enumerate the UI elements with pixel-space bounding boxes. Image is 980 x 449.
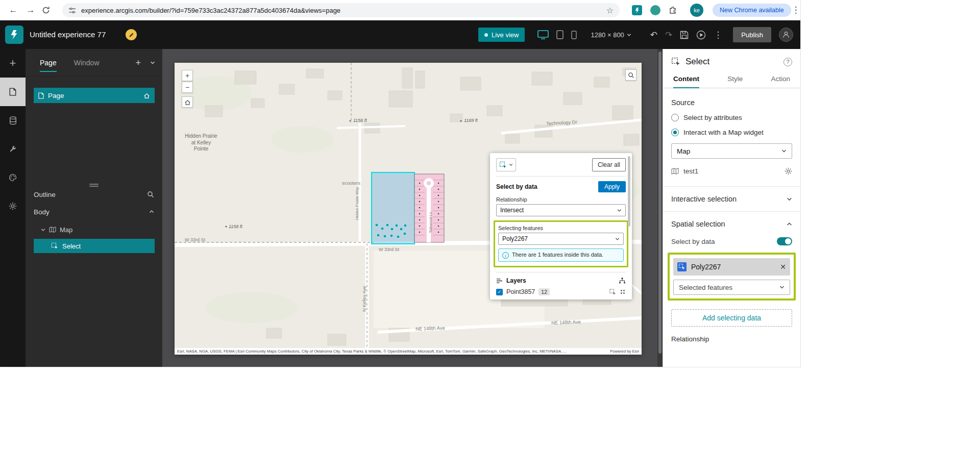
extensions-puzzle-icon[interactable] xyxy=(669,5,678,14)
sidebar-item-page[interactable]: Page xyxy=(34,88,155,103)
map-source-label: test1 xyxy=(683,167,780,175)
device-tablet-icon[interactable] xyxy=(556,30,564,39)
map-search-button[interactable] xyxy=(625,69,636,81)
map-item-label: Map xyxy=(60,226,72,234)
subdivision-polygons[interactable] xyxy=(414,174,444,242)
palette-icon xyxy=(9,173,17,182)
chevron-down-icon[interactable] xyxy=(150,60,155,65)
zoom-in-button[interactable]: + xyxy=(182,70,193,81)
selecting-layer-chip[interactable]: Poly2267 ✕ xyxy=(673,258,790,276)
popup-scrollbar[interactable] xyxy=(628,156,630,227)
chevron-down-icon xyxy=(617,208,622,213)
url-text[interactable]: experience.arcgis.com/builder/?id=759e73… xyxy=(81,7,606,14)
chrome-update-chip[interactable]: New Chrome available xyxy=(713,4,791,17)
site-settings-icon[interactable] xyxy=(68,7,76,14)
clear-all-button[interactable]: Clear all xyxy=(592,158,626,171)
zoom-out-button[interactable]: − xyxy=(182,82,193,93)
back-icon[interactable]: ← xyxy=(7,4,19,16)
redo-icon[interactable]: ↷ xyxy=(665,30,672,40)
map-widget-select[interactable]: Map xyxy=(671,143,792,159)
select-widget-icon xyxy=(671,57,680,66)
extension-avatar-icon[interactable] xyxy=(650,5,660,15)
tab-window[interactable]: Window xyxy=(74,59,100,67)
canvas-scrollbar[interactable] xyxy=(657,49,663,367)
selecting-features-select[interactable]: Poly2267 xyxy=(498,233,624,245)
tab-style[interactable]: Style xyxy=(727,70,743,88)
apply-button[interactable]: Apply xyxy=(598,181,626,192)
more-options-kebab-icon[interactable]: ⋮ xyxy=(714,30,722,40)
tab-action[interactable]: Action xyxy=(771,70,790,88)
device-phone-icon[interactable] xyxy=(571,31,577,39)
radio-interact-map[interactable]: Interact with a Map widget xyxy=(671,129,792,136)
chevron-down-icon[interactable] xyxy=(41,228,45,232)
chevron-up-icon[interactable] xyxy=(149,209,154,214)
tools-panel-button[interactable] xyxy=(0,135,26,163)
live-view-button[interactable]: Live view xyxy=(478,28,525,42)
select-by-data-title: Select by data xyxy=(496,183,537,190)
browser-profile-avatar[interactable]: ke xyxy=(690,4,703,17)
selected-polygon[interactable] xyxy=(372,172,414,244)
map-home-button[interactable] xyxy=(182,96,193,108)
select-by-data-toggle-on[interactable] xyxy=(777,237,792,245)
selection-tool-dropdown[interactable] xyxy=(496,158,516,171)
add-selecting-data-button[interactable]: Add selecting data xyxy=(671,309,792,327)
help-icon[interactable]: ? xyxy=(783,58,792,66)
address-bar[interactable]: experience.arcgis.com/builder/?id=759e73… xyxy=(62,3,620,17)
canvas-scrollbar-thumb[interactable] xyxy=(658,52,662,354)
map-icon xyxy=(49,227,56,233)
browser-menu-kebab-icon[interactable]: ⋮ xyxy=(790,4,802,16)
add-widget-button[interactable]: + xyxy=(0,49,26,78)
publish-button[interactable]: Publish xyxy=(733,27,771,42)
data-panel-button[interactable] xyxy=(0,106,26,135)
user-avatar[interactable] xyxy=(779,28,793,42)
layer-select-icon[interactable] xyxy=(609,289,616,295)
theme-panel-button[interactable] xyxy=(0,163,26,192)
relationship-value: Intersect xyxy=(500,207,524,214)
layer-actions-grid-icon[interactable] xyxy=(620,289,626,295)
layer-list-icon xyxy=(496,278,503,284)
save-icon[interactable] xyxy=(680,31,689,39)
map-widget[interactable]: Hidden Prairie at Kelley Pointe scooters… xyxy=(175,63,642,355)
select-by-data-label: Select by data xyxy=(671,238,715,245)
extension-exb-icon[interactable] xyxy=(632,5,642,15)
search-icon[interactable] xyxy=(147,191,154,198)
layer-row-point3857[interactable]: ✓ Point3857 12 xyxy=(496,285,626,298)
tab-page[interactable]: Page xyxy=(40,59,57,67)
section-spatial-selection[interactable]: Spatial selection xyxy=(671,212,792,236)
select-item-label: Select xyxy=(62,242,81,250)
outline-select-row[interactable]: Select xyxy=(34,239,155,253)
relationship-select[interactable]: Intersect xyxy=(496,204,626,216)
radio-select-by-attributes[interactable]: Select by attributes xyxy=(671,114,792,121)
checkbox-checked-icon[interactable]: ✓ xyxy=(496,289,503,295)
page-panel-button[interactable] xyxy=(0,78,26,106)
experience-builder-logo[interactable] xyxy=(5,26,23,44)
tab-content[interactable]: Content xyxy=(673,70,699,88)
layer-name: Point3857 xyxy=(506,288,535,295)
add-page-icon[interactable]: + xyxy=(135,58,141,68)
outline-body-row[interactable]: Body xyxy=(26,205,162,218)
info-text: There are 1 features inside this data. xyxy=(512,252,603,258)
remove-chip-icon[interactable]: ✕ xyxy=(780,263,786,271)
selected-features-value: Selected features xyxy=(679,284,732,291)
map-source-item[interactable]: test1 xyxy=(671,163,792,179)
section-interactive-selection[interactable]: Interactive selection xyxy=(671,187,792,211)
selected-features-select[interactable]: Selected features xyxy=(673,280,790,295)
device-desktop-icon[interactable] xyxy=(537,30,549,39)
section-label: Spatial selection xyxy=(671,220,725,228)
outline-map-row[interactable]: Map xyxy=(41,223,72,236)
bookmark-star-icon[interactable]: ☆ xyxy=(606,6,614,15)
preview-play-icon[interactable] xyxy=(696,30,706,40)
layer-flow-icon[interactable] xyxy=(619,277,626,284)
undo-icon[interactable]: ↶ xyxy=(650,30,657,40)
panel-resize-handle[interactable] xyxy=(89,183,99,188)
rectangle-select-icon xyxy=(499,161,507,169)
layer-count-badge: 12 xyxy=(538,288,550,295)
edit-title-pencil-icon[interactable] xyxy=(126,29,137,40)
home-icon[interactable] xyxy=(143,92,150,99)
refresh-icon[interactable] xyxy=(42,4,54,16)
settings-panel-button[interactable] xyxy=(0,192,26,220)
resolution-dropdown[interactable]: 1280 × 800 xyxy=(591,31,631,39)
chip-label: Poly2267 xyxy=(691,263,780,271)
forward-icon[interactable]: → xyxy=(24,4,37,16)
gear-icon[interactable] xyxy=(785,167,792,175)
